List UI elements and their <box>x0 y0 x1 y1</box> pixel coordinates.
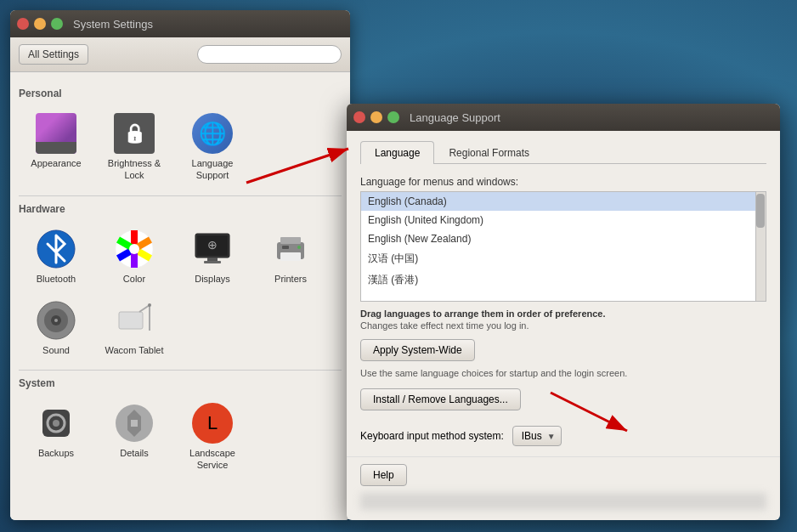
sound-icon <box>36 300 76 341</box>
sidebar-item-brightness[interactable]: Brightness &Lock <box>97 106 172 187</box>
apply-system-wide-button[interactable]: Apply System-Wide <box>360 339 475 361</box>
displays-icon: ⊕ <box>192 229 233 269</box>
svg-rect-11 <box>282 246 289 249</box>
keyboard-row: Keyboard input method system: IBus ▼ <box>360 426 766 446</box>
list-item[interactable]: 汉语 (中国) <box>361 248 766 269</box>
hardware-section-title: Hardware <box>19 203 342 215</box>
ibus-dropdown[interactable]: IBus ▼ <box>512 426 562 446</box>
svg-text:⊕: ⊕ <box>207 238 218 252</box>
drag-note: Drag languages to arrange them in order … <box>360 308 766 319</box>
language-label: LanguageSupport <box>192 157 234 182</box>
help-button[interactable]: Help <box>360 464 407 486</box>
svg-point-20 <box>148 303 151 307</box>
language-list-label: Language for menus and windows: <box>360 176 766 188</box>
sidebar-item-backups[interactable]: Backups <box>19 396 93 477</box>
bluetooth-label: Bluetooth <box>37 273 76 285</box>
displays-label: Displays <box>195 273 230 285</box>
system-settings-window: System Settings All Settings 🔍 Personal … <box>10 10 350 520</box>
dialog-minimize-button[interactable] <box>370 111 382 123</box>
system-section-title: System <box>19 377 342 389</box>
blurred-footer-content <box>360 493 766 510</box>
install-remove-button[interactable]: Install / Remove Languages... <box>360 388 521 410</box>
list-item[interactable]: English (Canada) <box>361 192 766 211</box>
language-icon: 🌐 <box>192 113 233 154</box>
sidebar-item-appearance[interactable]: Appearance <box>19 106 93 187</box>
close-button[interactable] <box>17 18 29 30</box>
keyboard-label: Keyboard input method system: <box>360 430 504 442</box>
color-label: Color <box>123 273 145 285</box>
apply-subtext: Use the same language choices for startu… <box>360 368 766 378</box>
svg-rect-6 <box>207 258 218 261</box>
dialog-maximize-button[interactable] <box>387 111 399 123</box>
dialog-body: Language Regional Formats Language for m… <box>347 131 780 456</box>
sidebar-item-bluetooth[interactable]: Bluetooth <box>19 222 93 290</box>
brightness-icon <box>114 113 155 154</box>
dialog-footer: Help <box>347 456 780 520</box>
sidebar-item-displays[interactable]: ⊕ Displays <box>175 222 250 290</box>
personal-section-title: Personal <box>19 88 342 99</box>
dialog-titlebar: Language Support <box>347 104 780 131</box>
search-input[interactable] <box>197 45 342 64</box>
divider-1 <box>19 195 342 196</box>
list-item[interactable]: 漢語 (香港) <box>361 269 766 291</box>
svg-point-23 <box>53 420 59 427</box>
drag-subtext: Changes take effect next time you log in… <box>360 320 766 331</box>
backups-icon <box>36 403 76 444</box>
appearance-icon <box>36 113 76 154</box>
system-icons-grid: Backups Details L LandscapeService <box>19 396 342 477</box>
dialog-title: Language Support <box>410 111 500 124</box>
svg-line-18 <box>139 305 150 312</box>
svg-rect-17 <box>119 312 143 329</box>
settings-titlebar: System Settings <box>10 10 350 37</box>
dialog-close-button[interactable] <box>353 111 365 123</box>
wacom-label: Wacom Tablet <box>105 344 163 356</box>
svg-rect-9 <box>280 237 301 244</box>
backups-label: Backups <box>38 447 74 459</box>
personal-icons-grid: Appearance Brightness &Lock 🌐 LanguageSu… <box>19 106 342 187</box>
landscape-label: LandscapeService <box>189 447 235 472</box>
list-item[interactable]: English (New Zealand) <box>361 229 766 248</box>
maximize-button[interactable] <box>51 18 63 30</box>
bluetooth-icon <box>36 229 76 269</box>
list-item[interactable]: English (United Kingdom) <box>361 211 766 229</box>
sidebar-item-language[interactable]: 🌐 LanguageSupport <box>175 106 250 187</box>
printers-label: Printers <box>274 273 307 285</box>
divider-2 <box>19 370 342 371</box>
landscape-icon: L <box>192 403 233 444</box>
sidebar-item-sound[interactable]: Sound <box>19 293 93 361</box>
minimize-button[interactable] <box>34 18 46 30</box>
sidebar-item-printers[interactable]: Printers <box>253 222 328 290</box>
settings-toolbar: All Settings 🔍 <box>10 37 350 72</box>
wacom-icon <box>114 300 155 341</box>
language-list: English (Canada) English (United Kingdom… <box>360 191 766 302</box>
scrollbar-track[interactable] <box>755 192 766 301</box>
sidebar-item-details[interactable]: Details <box>97 396 172 477</box>
sound-label: Sound <box>42 344 70 356</box>
tab-language[interactable]: Language <box>360 141 434 164</box>
dialog-tabs: Language Regional Formats <box>360 141 766 164</box>
sidebar-item-wacom[interactable]: Wacom Tablet <box>97 293 172 361</box>
details-icon <box>114 403 155 444</box>
svg-rect-10 <box>280 252 301 261</box>
color-icon <box>114 229 155 269</box>
sidebar-item-landscape[interactable]: L LandscapeService <box>175 396 250 477</box>
settings-content: Personal Appearance Brightness &Lock 🌐 L… <box>10 72 350 520</box>
settings-title: System Settings <box>73 18 153 31</box>
sidebar-item-color[interactable]: Color <box>97 222 172 290</box>
appearance-label: Appearance <box>31 157 81 169</box>
tab-regional[interactable]: Regional Formats <box>434 141 544 164</box>
svg-rect-7 <box>204 261 221 263</box>
details-label: Details <box>120 447 149 459</box>
all-settings-button[interactable]: All Settings <box>19 44 88 65</box>
brightness-label: Brightness &Lock <box>108 157 161 182</box>
svg-point-16 <box>54 319 58 322</box>
hardware-icons-grid: Bluetooth Color <box>19 222 342 362</box>
svg-point-2 <box>129 244 139 254</box>
language-dialog: Language Support Language Regional Forma… <box>347 104 780 520</box>
ibus-value: IBus <box>522 430 542 442</box>
search-wrapper: 🔍 <box>197 45 342 64</box>
printers-icon <box>270 229 311 269</box>
scrollbar-thumb[interactable] <box>756 194 765 228</box>
chevron-down-icon: ▼ <box>547 432 556 441</box>
svg-point-12 <box>297 246 301 249</box>
